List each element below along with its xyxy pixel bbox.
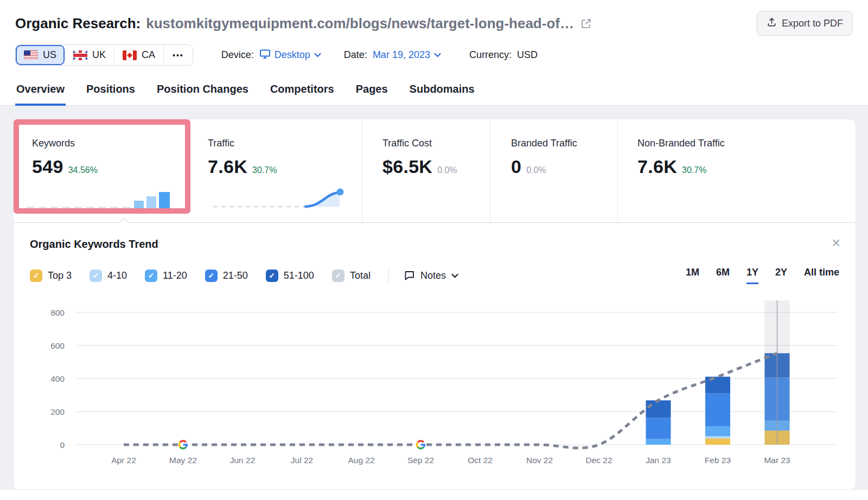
svg-text:Feb 23: Feb 23: [705, 456, 731, 465]
range-1m[interactable]: 1M: [686, 267, 699, 284]
metric-label: Keywords: [32, 138, 196, 149]
legend-total-checkbox[interactable]: ✓ Total: [332, 270, 371, 282]
checkbox-checked-icon: ✓: [332, 270, 344, 282]
metric-delta: 0.0%: [437, 165, 457, 175]
legend-top3-checkbox[interactable]: ✓ Top 3: [30, 270, 72, 282]
title-row: Organic Research:kustomkitgymequipment.c…: [15, 11, 853, 36]
upload-icon: [767, 17, 777, 30]
metric-value: 7.6K: [637, 156, 677, 177]
svg-text:Dec 22: Dec 22: [585, 456, 612, 465]
notes-button[interactable]: Notes: [404, 270, 458, 281]
legend-label: 21-50: [223, 270, 248, 281]
tab-overview[interactable]: Overview: [15, 79, 66, 106]
metric-card-branded-traffic[interactable]: Branded Traffic 0 0.0%: [490, 119, 617, 222]
metrics-row: Keywords 549 34.56%: [14, 119, 856, 222]
chevron-down-icon: [451, 273, 458, 278]
date-label: Date:: [344, 49, 367, 61]
chevron-down-icon: [434, 53, 441, 57]
section-title: Organic Keywords Trend: [30, 238, 839, 251]
metric-value: $6.5K: [382, 156, 432, 177]
tab-pages[interactable]: Pages: [355, 79, 389, 106]
ca-flag-icon: [123, 50, 137, 60]
country-label: US: [43, 49, 56, 61]
country-tab-ca[interactable]: CA: [114, 45, 164, 65]
svg-text:600: 600: [50, 341, 65, 350]
svg-text:Aug 22: Aug 22: [348, 456, 374, 465]
metric-value: 7.6K: [208, 156, 247, 177]
svg-text:May 22: May 22: [169, 456, 197, 465]
country-selector: US UK CA •••: [15, 44, 193, 66]
range-1y[interactable]: 1Y: [746, 267, 758, 284]
currency-label: Currency:: [469, 49, 512, 61]
report-tabs: Overview Positions Position Changes Comp…: [0, 79, 868, 106]
us-flag-icon: [24, 50, 38, 60]
date-value: Mar 19, 2023: [373, 49, 430, 61]
metric-delta: 0.0%: [526, 165, 546, 175]
close-icon[interactable]: ×: [832, 236, 840, 251]
svg-text:Sep 22: Sep 22: [407, 456, 434, 465]
checkbox-checked-icon: ✓: [145, 270, 157, 282]
svg-text:Jan 23: Jan 23: [646, 456, 671, 465]
legend-51-100-checkbox[interactable]: ✓ 51-100: [266, 270, 314, 282]
checkbox-checked-icon: ✓: [205, 270, 218, 282]
tab-position-changes[interactable]: Position Changes: [156, 79, 250, 106]
page-title-prefix: Organic Research:: [15, 15, 141, 31]
organic-keywords-trend-chart[interactable]: 0200400600800Apr 22May 22Jun 22Jul 22Aug…: [30, 292, 839, 472]
legend-label: Top 3: [48, 270, 72, 281]
export-to-pdf-label: Export to PDF: [782, 18, 843, 29]
legend-label: 4-10: [107, 270, 127, 281]
metric-label: Traffic Cost: [382, 138, 490, 149]
range-6m[interactable]: 6M: [716, 267, 730, 284]
device-label: Device:: [221, 49, 254, 61]
country-label: UK: [92, 49, 106, 61]
overview-panel: Keywords 549 34.56%: [13, 119, 856, 490]
page-title-domain: kustomkitgymequipment.com/blogs/news/tar…: [146, 15, 574, 31]
svg-text:800: 800: [50, 308, 65, 317]
external-link-icon[interactable]: [580, 18, 592, 29]
legend-11-20-checkbox[interactable]: ✓ 11-20: [145, 270, 187, 282]
svg-text:Jul 22: Jul 22: [291, 456, 313, 465]
filter-row: US UK CA ••• Device: Desktop: [15, 44, 853, 66]
metric-card-keywords[interactable]: Keywords 549 34.56%: [14, 119, 196, 222]
legend-4-10-checkbox[interactable]: ✓ 4-10: [90, 270, 127, 282]
checkbox-checked-icon: ✓: [30, 270, 42, 282]
export-to-pdf-button[interactable]: Export to PDF: [757, 11, 853, 36]
svg-text:Oct 22: Oct 22: [468, 456, 493, 465]
metric-card-traffic[interactable]: Traffic 7.6K 30.7%: [196, 119, 362, 222]
range-all-time[interactable]: All time: [804, 267, 839, 284]
metric-label: Branded Traffic: [511, 138, 617, 149]
checkbox-checked-icon: ✓: [90, 270, 102, 282]
tab-competitors[interactable]: Competitors: [269, 79, 335, 106]
svg-text:Mar 23: Mar 23: [764, 456, 790, 465]
chevron-down-icon: [314, 53, 321, 57]
top-bar: Organic Research:kustomkitgymequipment.c…: [0, 0, 868, 66]
keywords-sparkline-icon: [27, 191, 171, 210]
metric-label: Traffic: [208, 138, 362, 149]
legend-21-50-checkbox[interactable]: ✓ 21-50: [205, 270, 248, 282]
notes-label: Notes: [420, 270, 446, 281]
legend-row: ✓ Top 3 ✓ 4-10 ✓ 11-20 ✓ 21-50 ✓ 51-10: [30, 267, 839, 284]
maple-leaf-icon: [127, 53, 132, 58]
svg-text:Nov 22: Nov 22: [526, 456, 553, 465]
range-2y[interactable]: 2Y: [775, 267, 787, 284]
country-tab-us[interactable]: US: [16, 45, 65, 65]
svg-text:200: 200: [50, 407, 65, 416]
metric-delta: 30.7%: [252, 165, 277, 175]
more-countries-button[interactable]: •••: [164, 45, 193, 65]
legend-label: 51-100: [284, 270, 314, 281]
legend-label: Total: [350, 270, 371, 281]
note-bubble-icon: [404, 270, 415, 281]
svg-text:400: 400: [50, 374, 65, 383]
page-background: Keywords 549 34.56%: [0, 106, 868, 490]
tab-positions[interactable]: Positions: [85, 79, 136, 106]
page-title: Organic Research:kustomkitgymequipment.c…: [15, 15, 574, 32]
device-dropdown[interactable]: Desktop: [259, 49, 321, 62]
divider: [388, 267, 389, 284]
country-tab-uk[interactable]: UK: [65, 45, 114, 65]
tab-subdomains[interactable]: Subdomains: [409, 79, 476, 106]
metric-card-non-branded-traffic[interactable]: Non-Branded Traffic 7.6K 30.7%: [617, 119, 856, 222]
date-dropdown[interactable]: Mar 19, 2023: [373, 49, 441, 61]
metric-value: 549: [32, 156, 63, 177]
metric-card-traffic-cost[interactable]: Traffic Cost $6.5K 0.0%: [362, 119, 490, 222]
time-range-selector: 1M 6M 1Y 2Y All time: [686, 267, 839, 284]
